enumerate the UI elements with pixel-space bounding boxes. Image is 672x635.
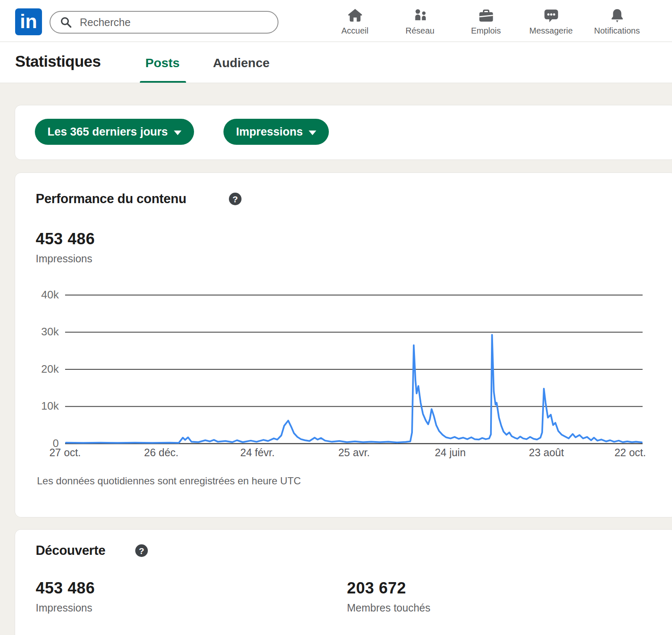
discovery-card: Découverte ? 453 486 Impressions 203 672… [15, 530, 672, 635]
metric-filter-label: Impressions [236, 125, 303, 138]
period-filter-label: Les 365 derniers jours [47, 125, 168, 138]
nav-item-home[interactable]: Accueil [322, 8, 388, 36]
y-tick: 10k [27, 400, 59, 413]
discovery-members-label: Membres touchés [347, 602, 430, 614]
x-tick: 26 déc. [126, 447, 197, 459]
search-box[interactable] [50, 11, 278, 34]
y-tick: 40k [27, 288, 59, 301]
linkedin-logo[interactable]: in [15, 8, 42, 35]
nav-item-label: Messagerie [518, 26, 584, 36]
x-tick: 22 oct. [583, 447, 646, 459]
nav-item-label: Accueil [322, 26, 388, 36]
utc-footnote: Les données quotidiennes sont enregistré… [37, 475, 301, 487]
search-icon [60, 16, 72, 29]
search-input[interactable] [79, 16, 273, 29]
x-tick: 24 févr. [222, 447, 293, 459]
nav-item-label: Notifications [584, 26, 650, 36]
filters-card: Les 365 derniers jours Impressions [15, 105, 672, 159]
nav-item-network[interactable]: Réseau [387, 8, 453, 36]
tab-audience[interactable]: Audience [213, 56, 270, 70]
x-tick: 27 oct. [29, 447, 101, 459]
x-tick: 24 juin [415, 447, 486, 459]
chevron-down-icon [174, 131, 181, 135]
home-icon [347, 8, 363, 24]
chart-gridlines [65, 295, 643, 444]
y-tick: 30k [27, 325, 59, 338]
nav-item-messaging[interactable]: Messagerie [518, 8, 584, 36]
discovery-help-icon[interactable]: ? [135, 544, 148, 557]
top-navbar: in Accueil Réseau Emplois [0, 0, 672, 42]
x-tick: 25 avr. [318, 447, 390, 459]
people-icon [412, 8, 428, 24]
impressions-total: 453 486 [36, 230, 95, 248]
discovery-members-value: 203 672 [347, 579, 406, 597]
performance-title: Performance du contenu [36, 191, 186, 206]
discovery-impressions-value: 453 486 [36, 579, 95, 597]
impressions-line-chart[interactable] [65, 294, 643, 445]
linkedin-analytics-page: { "nav": { "logo": "in", "search_placeho… [0, 0, 672, 635]
chat-bubble-icon [543, 8, 559, 24]
nav-item-label: Emplois [453, 26, 519, 36]
analytics-header: Statistiques Posts Audience [0, 42, 672, 83]
nav-item-label: Réseau [387, 26, 453, 36]
briefcase-icon [478, 8, 494, 24]
x-tick: 23 août [511, 447, 582, 459]
metric-filter-button[interactable]: Impressions [223, 119, 329, 145]
discovery-impressions-label: Impressions [36, 602, 92, 614]
period-filter-button[interactable]: Les 365 derniers jours [35, 119, 194, 145]
bell-icon [609, 8, 625, 24]
nav-item-jobs[interactable]: Emplois [453, 8, 519, 36]
nav-item-notifications[interactable]: Notifications [584, 8, 650, 36]
impressions-total-label: Impressions [36, 253, 92, 265]
discovery-title: Découverte [36, 543, 105, 558]
performance-help-icon[interactable]: ? [229, 193, 242, 205]
page-title: Statistiques [15, 53, 101, 71]
content-performance-card: Performance du contenu ? 453 486 Impress… [15, 173, 672, 517]
active-tab-underline [140, 81, 186, 83]
tab-posts[interactable]: Posts [145, 56, 180, 70]
chevron-down-icon [309, 131, 316, 135]
linkedin-logo-text: in [20, 12, 37, 31]
y-tick: 20k [27, 363, 59, 376]
impressions-series [66, 335, 642, 443]
